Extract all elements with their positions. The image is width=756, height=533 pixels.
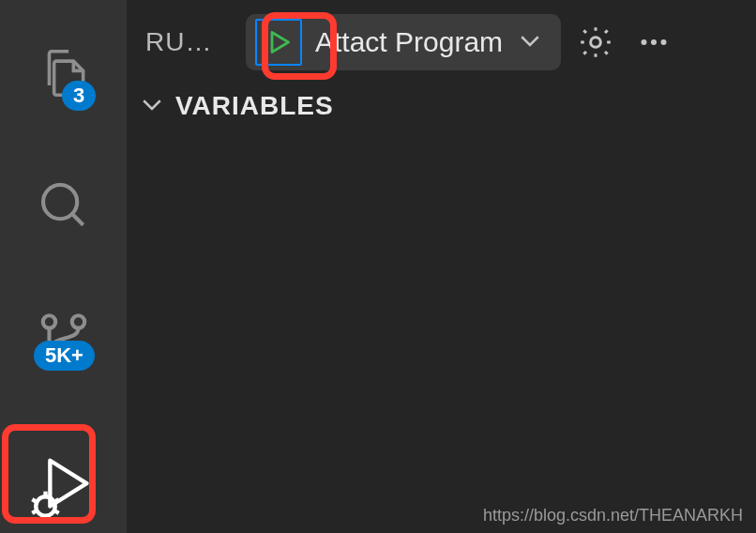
more-actions-button[interactable] <box>630 19 677 66</box>
watermark: https://blog.csdn.net/THEANARKH <box>483 506 743 525</box>
chevron-down-icon <box>516 26 544 54</box>
panel-title: RU… <box>145 27 234 57</box>
gear-icon <box>577 23 614 61</box>
config-dropdown-button[interactable] <box>516 26 544 58</box>
activity-run-debug[interactable] <box>0 443 127 533</box>
svg-line-11 <box>53 499 58 502</box>
activity-source-control[interactable]: 5K+ <box>0 294 127 384</box>
svg-line-7 <box>32 499 37 502</box>
launch-config-name: Attact Program <box>315 26 503 58</box>
panel-header: RU… Attact Program <box>127 0 756 84</box>
launch-config-selector[interactable]: Attact Program <box>246 14 561 70</box>
run-debug-panel: RU… Attact Program <box>127 0 756 533</box>
open-launch-json-button[interactable] <box>572 19 619 66</box>
svg-point-12 <box>591 38 601 48</box>
svg-line-8 <box>32 510 37 513</box>
svg-line-1 <box>72 214 83 225</box>
explorer-badge: 3 <box>62 81 96 111</box>
svg-line-10 <box>53 510 58 513</box>
start-debugging-button[interactable] <box>255 19 302 66</box>
variables-section-header[interactable]: VARIABLES <box>127 84 756 128</box>
svg-point-14 <box>651 39 657 45</box>
chevron-down-icon <box>138 90 166 122</box>
variables-section-title: VARIABLES <box>175 91 334 121</box>
activity-search[interactable] <box>0 160 127 251</box>
search-icon <box>35 176 93 235</box>
activity-bar: 3 5K+ <box>0 0 127 533</box>
svg-point-0 <box>43 185 77 219</box>
svg-point-3 <box>71 315 83 327</box>
scm-badge: 5K+ <box>34 341 95 371</box>
activity-explorer[interactable]: 3 <box>0 28 127 118</box>
debug-run-icon <box>27 451 100 525</box>
svg-point-15 <box>661 39 667 45</box>
play-icon <box>265 27 292 57</box>
svg-point-2 <box>42 315 54 327</box>
svg-point-13 <box>642 39 647 45</box>
ellipsis-icon <box>637 25 671 59</box>
